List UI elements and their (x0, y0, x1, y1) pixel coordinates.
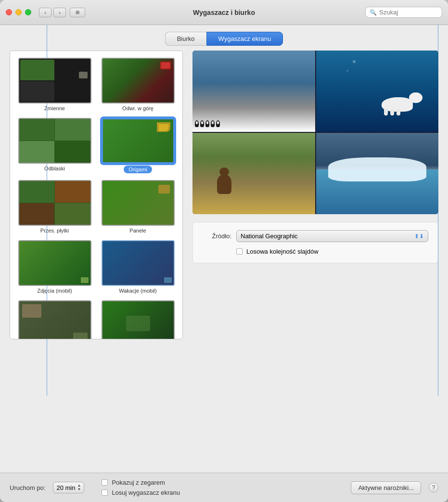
ss-label-panele: Panele (129, 228, 146, 233)
ss-label-wakacje: Wakacje (mobil) (119, 288, 156, 294)
minimize-button[interactable] (15, 9, 22, 15)
main-content: Zmienne Odwr. w górę (0, 51, 448, 473)
screensaver-item-wystawa[interactable]: Wystawa zdjeć (14, 297, 95, 339)
time-value: 20 min (56, 484, 75, 491)
ss-thumb-panele (102, 180, 175, 226)
window-title: Wygaszacz i biurko (193, 9, 255, 16)
ss-label-zdjecia: Zdjęcia (mobil) (37, 288, 72, 294)
source-row: Źródło: National Geographic ⬆⬇ (203, 230, 428, 242)
help-button[interactable]: ? (429, 483, 438, 492)
pokaz-label: Pokazuj z zegarem (112, 479, 165, 486)
screensaver-item-wakacje[interactable]: Wakacje (mobil) (97, 237, 179, 296)
penguins-bg (192, 51, 315, 132)
source-label: Źródło: (203, 232, 231, 240)
nav-buttons: ‹ › ⊞ (39, 8, 85, 17)
ss-label-odblaski: Odblaski (44, 166, 65, 171)
time-select[interactable]: 20 min ▲ ▼ (53, 482, 84, 493)
pokaz-checkbox-row: Pokazuj z zegarem (102, 479, 343, 486)
screensaver-item-przes[interactable]: Przes. płytki (14, 177, 95, 235)
penguin-shapes (195, 120, 220, 127)
ss-thumb-odblaski (18, 118, 91, 164)
bear-figure (217, 175, 231, 194)
screensaver-item-odwr[interactable]: Odwr. w górę (97, 55, 179, 113)
preview-collage (192, 51, 438, 214)
pokaz-checkbox[interactable] (102, 479, 108, 486)
screensaver-item-panele[interactable]: Panele (97, 177, 179, 235)
active-corners-button[interactable]: Aktywne narożniki... (351, 481, 421, 494)
search-bar[interactable]: 🔍 (365, 7, 442, 18)
tab-wygaszacz[interactable]: Wygaszacz ekranu (206, 32, 283, 46)
tabs-row: Biurko Wygaszacz ekranu (0, 25, 448, 51)
screensaver-list-container[interactable]: Zmienne Odwr. w górę (10, 51, 183, 339)
chevron-icon: ⬆⬇ (414, 233, 424, 240)
screensaver-item-odblaski[interactable]: Odblaski (14, 115, 95, 175)
forward-button[interactable]: › (53, 8, 66, 17)
bottom-bar: Uruchom po: 20 min ▲ ▼ Pokazuj z zegarem… (0, 473, 448, 502)
losowa-checkbox[interactable] (236, 248, 243, 255)
screensaver-item-stare[interactable]: Stare zdjecia (97, 297, 179, 339)
search-icon: 🔍 (370, 9, 377, 16)
preview-cell-iceberg (316, 133, 439, 214)
uruchom-label: Uruchom po: (10, 484, 45, 491)
screensaver-item-zdjecia[interactable]: Zdjęcia (mobil) (14, 237, 95, 296)
settings-area: Źródło: National Geographic ⬆⬇ Losowa ko… (192, 222, 438, 263)
ss-thumb-zdjecia (18, 240, 91, 286)
iceberg-bg (316, 133, 439, 214)
ss-label-zmienne: Zmienne (44, 105, 65, 111)
losuj-label: Losuj wygaszacz ekranu (112, 489, 180, 496)
polar-bear (382, 91, 420, 116)
screensaver-item-zmienne[interactable]: Zmienne (14, 55, 95, 113)
losowa-label: Losowa kolejność slajdów (246, 248, 319, 255)
grassland-bg (192, 133, 315, 214)
underwater-bg (316, 51, 439, 132)
time-arrows: ▲ ▼ (77, 484, 81, 491)
preview-cell-penguins (192, 51, 315, 132)
ss-thumb-origami (102, 118, 175, 164)
right-panel: Źródło: National Geographic ⬆⬇ Losowa ko… (192, 51, 438, 473)
ss-label-odwr: Odwr. w górę (122, 105, 154, 111)
ss-thumb-stare (102, 300, 175, 339)
losuj-checkbox-row: Losuj wygaszacz ekranu (102, 489, 343, 496)
preview-cell-underwater (316, 51, 439, 132)
ss-thumb-odwr (102, 58, 175, 103)
preview-cell-grassland (192, 133, 315, 214)
ss-badge-origami: Origami (124, 166, 152, 173)
source-value: National Geographic (241, 232, 298, 240)
screensaver-list: Zmienne Odwr. w górę (10, 51, 183, 339)
ss-thumb-wystawa (18, 300, 91, 339)
titlebar: ‹ › ⊞ Wygaszacz i biurko 🔍 (0, 0, 448, 25)
ss-thumb-wakacje (102, 240, 175, 286)
back-button[interactable]: ‹ (39, 8, 51, 17)
grid-view-button[interactable]: ⊞ (70, 8, 85, 17)
bear-head2 (219, 167, 229, 176)
ss-thumb-przes (18, 180, 91, 226)
preview-area (192, 51, 438, 214)
tab-biurko[interactable]: Biurko (165, 32, 206, 46)
screensaver-item-origami[interactable]: Origami (97, 115, 179, 175)
ss-thumb-zmienne (18, 58, 91, 103)
maximize-button[interactable] (25, 9, 31, 15)
ss-label-przes: Przes. płytki (40, 228, 69, 233)
source-select[interactable]: National Geographic ⬆⬇ (236, 230, 428, 242)
close-button[interactable] (6, 9, 12, 15)
search-input[interactable] (379, 9, 438, 16)
losowa-checkbox-row: Losowa kolejność slajdów (203, 248, 428, 255)
main-window: ‹ › ⊞ Wygaszacz i biurko 🔍 Biurko Wygasz… (0, 0, 448, 502)
bottom-checkboxes: Pokazuj z zegarem Losuj wygaszacz ekranu (102, 479, 343, 496)
losuj-checkbox[interactable] (102, 489, 108, 496)
traffic-lights (6, 9, 31, 15)
